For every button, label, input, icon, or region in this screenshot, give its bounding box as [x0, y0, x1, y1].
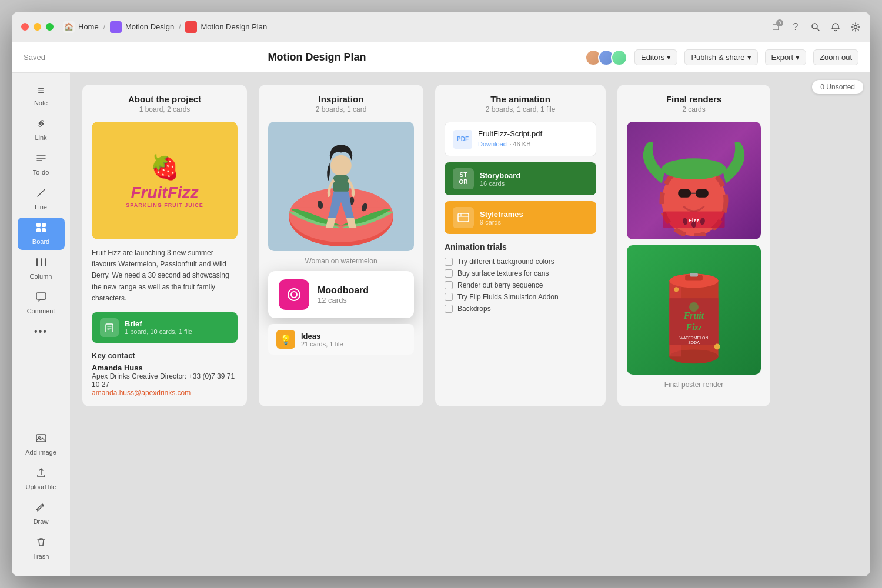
- device-wrapper: □ 0: [770, 22, 781, 32]
- animation-board: The animation 2 boards, 1 card, 1 file P…: [435, 85, 606, 406]
- sidebar-item-trash[interactable]: Trash: [18, 532, 65, 564]
- checkbox-item-4[interactable]: Try Flip Fluids Simulation Addon: [445, 293, 596, 301]
- checkbox-label-2: Buy surface textures for cans: [457, 269, 549, 278]
- editors-button[interactable]: Editors ▾: [634, 49, 677, 65]
- checkbox-2[interactable]: [445, 269, 453, 278]
- draw-icon: [36, 502, 46, 516]
- svg-point-57: [674, 287, 679, 292]
- bell-icon[interactable]: [830, 22, 841, 32]
- sidebar-item-line[interactable]: Line: [18, 183, 65, 215]
- breadcrumb-motion-design[interactable]: Motion Design: [110, 21, 174, 33]
- sidebar-item-link[interactable]: Link: [18, 113, 65, 146]
- comment-label: Comment: [27, 308, 55, 315]
- page-title: Motion Design Plan: [45, 51, 589, 64]
- fullscreen-button[interactable]: [46, 23, 54, 31]
- svg-rect-8: [42, 223, 46, 227]
- traffic-lights: [21, 23, 54, 31]
- brief-title: Brief: [125, 319, 192, 328]
- checkbox-4[interactable]: [445, 293, 453, 301]
- more-icon: •••: [34, 326, 48, 337]
- storyboard-subtitle: 16 cards: [480, 180, 520, 187]
- sidebar-item-note[interactable]: ≡ Note: [18, 80, 65, 111]
- checkbox-label-3: Render out berry sequence: [457, 281, 543, 289]
- svg-point-31: [291, 292, 297, 298]
- brief-icon: [100, 318, 119, 337]
- svg-text:Fruit: Fruit: [683, 310, 704, 320]
- link-label: Link: [35, 134, 46, 141]
- moodboard-subtitle: 12 cards: [318, 296, 369, 305]
- svg-rect-32: [458, 213, 469, 222]
- sidebar-item-todo[interactable]: To-do: [18, 148, 65, 181]
- sidebar-item-more[interactable]: •••: [18, 322, 65, 342]
- checkbox-item-3[interactable]: Render out berry sequence: [445, 281, 596, 289]
- zoom-out-button[interactable]: Zoom out: [813, 49, 858, 65]
- sidebar-item-upload-file[interactable]: Upload file: [18, 463, 65, 495]
- pdf-icon: PDF: [453, 130, 472, 149]
- editors-chevron: ▾: [667, 53, 671, 62]
- ideas-card[interactable]: 💡 Ideas 21 cards, 1 file: [268, 324, 414, 355]
- export-button[interactable]: Export ▾: [765, 49, 807, 65]
- unsorted-button[interactable]: 0 Unsorted: [812, 80, 863, 94]
- app-window: 🏠 Home / Motion Design / Motion Design P…: [12, 12, 870, 576]
- pdf-download-row: Download · 46 KB: [478, 138, 542, 149]
- final-renders-subtitle: 2 cards: [627, 105, 761, 113]
- key-contact-title: Key contact: [92, 351, 238, 360]
- upload-file-label: Upload file: [26, 483, 56, 490]
- svg-point-35: [662, 158, 726, 179]
- checkbox-label-4: Try Flip Fluids Simulation Addon: [457, 293, 559, 301]
- draw-label: Draw: [34, 518, 49, 525]
- moodboard-info: Moodboard 12 cards: [318, 285, 369, 305]
- sidebar-item-column[interactable]: Column: [18, 252, 65, 285]
- trash-label: Trash: [33, 553, 49, 560]
- styleframes-card[interactable]: Styleframes 9 cards: [445, 201, 596, 234]
- pdf-card[interactable]: PDF FruitFizz-Script.pdf Download · 46 K…: [445, 122, 596, 156]
- checkbox-item-1[interactable]: Try different background colors: [445, 258, 596, 266]
- brief-card[interactable]: Brief 1 board, 10 cards, 1 file: [92, 312, 238, 343]
- svg-line-6: [38, 189, 45, 196]
- sidebar-item-draw[interactable]: Draw: [18, 497, 65, 530]
- sidebar-item-comment[interactable]: Comment: [18, 287, 65, 319]
- search-icon[interactable]: [810, 22, 821, 32]
- settings-icon[interactable]: [850, 22, 861, 32]
- ideas-subtitle: 21 cards, 1 file: [301, 340, 343, 348]
- toolbar: Saved Motion Design Plan Editors ▾ Publi…: [12, 42, 870, 73]
- breadcrumb-motion-design-label: Motion Design: [125, 22, 174, 31]
- ideas-title: Ideas: [301, 332, 343, 340]
- link-icon: [36, 118, 46, 132]
- line-label: Line: [35, 203, 47, 211]
- checkbox-item-2[interactable]: Buy surface textures for cans: [445, 269, 596, 278]
- minimize-button[interactable]: [34, 23, 41, 31]
- breadcrumb-home[interactable]: 🏠 Home: [63, 21, 99, 33]
- svg-point-58: [714, 343, 720, 349]
- board-label: Board: [32, 238, 49, 245]
- avatars: [589, 49, 627, 66]
- zoom-out-label: Zoom out: [820, 53, 852, 62]
- editors-label: Editors: [641, 53, 664, 62]
- checkbox-5[interactable]: [445, 305, 453, 313]
- add-image-icon: [36, 433, 46, 446]
- checkbox-item-5[interactable]: Backdrops: [445, 305, 596, 313]
- svg-rect-56: [690, 273, 698, 277]
- moodboard-popup[interactable]: Moodboard 12 cards: [268, 271, 414, 318]
- close-button[interactable]: [21, 23, 29, 31]
- storyboard-card[interactable]: STOR Storyboard 16 cards: [445, 162, 596, 195]
- publish-share-button[interactable]: Publish & share ▾: [684, 49, 757, 65]
- sidebar-item-board[interactable]: Board: [18, 218, 65, 250]
- svg-point-53: [689, 302, 699, 312]
- fruit-fizz-card: 🍓 FruitFizz SPARKLING FRUIT JUICE: [92, 122, 238, 239]
- help-icon[interactable]: ?: [790, 22, 801, 32]
- render-image-2: Fruit Fizz WATERMELON SODA: [627, 245, 761, 375]
- board-icon: [36, 222, 46, 236]
- svg-text:SODA: SODA: [688, 340, 700, 345]
- breadcrumb-plan[interactable]: Motion Design Plan: [185, 21, 267, 33]
- sidebar-item-add-image[interactable]: Add image: [18, 428, 65, 460]
- pdf-download-link[interactable]: Download: [478, 141, 507, 148]
- upload-file-icon: [36, 467, 46, 481]
- checkbox-3[interactable]: [445, 281, 453, 289]
- todo-icon: [36, 153, 46, 166]
- about-project-board: About the project 1 board, 2 cards 🍓 Fru…: [82, 85, 247, 406]
- breadcrumb-sep-1: /: [103, 23, 105, 31]
- styleframes-subtitle: 9 cards: [480, 219, 523, 226]
- checkbox-1[interactable]: [445, 258, 453, 266]
- key-contact-email[interactable]: amanda.huss@apexdrinks.com: [92, 389, 238, 397]
